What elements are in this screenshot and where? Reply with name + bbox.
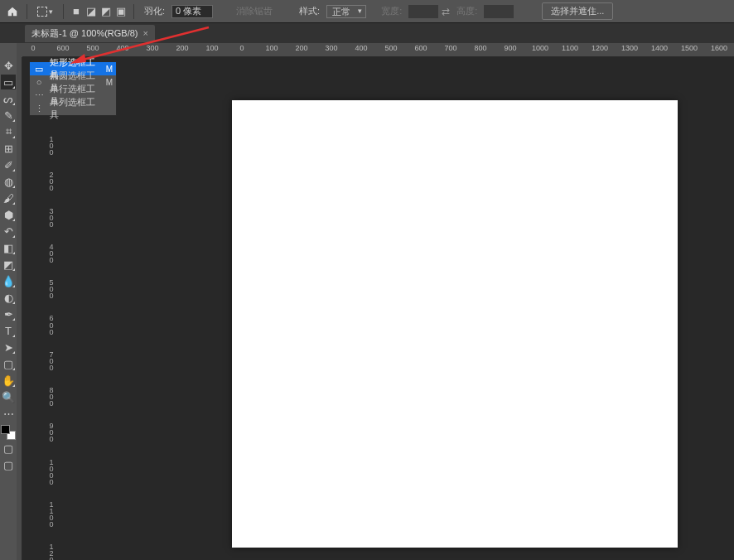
flyout-indicator-icon [12,235,15,238]
flyout-item-icon: ⋯ [33,90,45,101]
history-brush-tool[interactable]: ↶ [1,224,16,239]
stamp-tool[interactable]: ⬢ [1,207,16,222]
style-label: 样式: [296,5,323,17]
flyout-item[interactable]: ⋮单列选框工具 [30,102,116,115]
brush-tool[interactable]: 🖌 [1,191,16,205]
marquee-flyout-menu: ▭矩形选框工具M○椭圆选框工具M⋯单行选框工具⋮单列选框工具 [29,61,117,116]
ruler-tick-label: 0 [239,44,244,52]
ruler-tick-label: 600 [414,44,427,52]
ruler-tick-label: 200 [295,44,307,52]
move-tool[interactable]: ✥ [1,58,16,73]
width-label: 宽度: [378,5,405,17]
intersect-selection-icon[interactable]: ▣ [115,6,127,17]
new-selection-icon[interactable]: ■ [70,6,82,17]
ruler-tick-label: 100 [265,44,278,52]
flyout-indicator-icon [12,318,15,321]
quick-select-tool[interactable]: ✎ [1,108,16,123]
ruler-v-tick-label: 900 [47,422,56,442]
style-select-wrap: 正常 [326,5,366,18]
flyout-indicator-icon [12,252,15,254]
ruler-tick-label: 1100 [562,44,578,52]
ruler-tick-label: 1500 [681,44,698,52]
hand-tool[interactable]: ✋ [1,373,16,388]
ruler-tick-label: 600 [56,44,69,52]
eyedropper-tool[interactable]: ✐ [1,157,16,172]
ruler-tick-label: 300 [146,44,158,52]
ruler-tick-label: 400 [116,44,128,52]
flyout-item-shortcut: M [103,65,113,74]
flyout-item-icon: ○ [33,77,45,87]
ruler-v-tick-label: 1100 [47,501,56,528]
ruler-v-tick-label: 300 [47,208,56,228]
type-tool[interactable]: T [1,323,16,338]
separator [63,4,64,19]
more-tool[interactable]: ⋯ [1,406,16,421]
flyout-item-shortcut: M [103,78,113,87]
horizontal-ruler: 0600500400300200100010020030040050060070… [22,43,734,57]
flyout-item-icon: ⋮ [33,104,45,114]
ruler-tick-label: 1000 [532,44,548,52]
workspace: ✥▭ᔕ✎⌗⊞✐◍🖌⬢↶◧◩💧◐✒T➤▢✋🔍⋯▢▢ 060050040030020… [0,43,734,560]
vertical-ruler-labels: 1002003004005006007008009001000110012001… [47,136,56,560]
ruler-v-tick-label: 700 [47,351,56,371]
ruler-v-tick-label: 100 [47,136,56,156]
crop-tool[interactable]: ⌗ [1,124,16,139]
ruler-tick-label: 0 [31,44,35,52]
fg-color-swatch[interactable] [1,425,10,434]
tool-preset-dropdown[interactable]: ▾ [34,5,56,18]
ruler-corner [17,43,22,57]
flyout-indicator-icon [12,384,15,387]
ruler-tick-label: 200 [176,44,188,52]
close-icon[interactable]: × [143,28,148,38]
style-select[interactable]: 正常 [326,5,366,18]
color-swatches[interactable] [1,425,16,440]
toolbox-top-gap [0,43,17,57]
ruler-v-tick-label: 400 [47,244,56,263]
flyout-indicator-icon [12,86,15,89]
flyout-indicator-icon [12,268,15,271]
path-select-tool[interactable]: ➤ [1,340,16,355]
frame-tool[interactable]: ⊞ [1,141,16,156]
flyout-item-icon: ▭ [33,64,45,75]
zoom-tool[interactable]: 🔍 [1,389,16,404]
antialias-label: 消除锯齿 [233,5,276,17]
add-selection-icon[interactable]: ◪ [85,6,97,17]
ruler-tick-label: 1400 [651,44,668,52]
flyout-indicator-icon [12,219,15,221]
blur-tool[interactable]: 💧 [1,273,16,288]
lasso-tool[interactable]: ᔕ [1,91,16,106]
flyout-indicator-icon [12,136,15,138]
pen-tool[interactable]: ✒ [1,307,16,321]
flyout-item-label: 单列选框工具 [50,96,98,121]
width-value-box [408,5,438,18]
flyout-indicator-icon [12,169,15,171]
ruler-tick-label: 1200 [592,44,608,52]
screen-mode-icon[interactable]: ▢ [1,457,16,472]
subtract-selection-icon[interactable]: ◩ [100,6,112,17]
eraser-tool[interactable]: ◧ [1,240,16,255]
ruler-v-tick-label: 600 [47,315,56,335]
ruler-tick-label: 400 [355,44,367,52]
quick-mask-icon[interactable]: ▢ [1,441,16,456]
swap-dims-icon: ⇄ [442,6,450,17]
ruler-tick-label: 1600 [711,44,727,52]
document-canvas[interactable] [232,100,678,548]
gradient-tool[interactable]: ◩ [1,257,16,272]
feather-input[interactable] [171,5,213,18]
options-bar: ▾ ■ ◪ ◩ ▣ 羽化: 消除锯齿 样式: 正常 宽度: ⇄ 高度: 选择并遮… [0,0,734,23]
home-icon[interactable] [5,4,20,19]
feather-label: 羽化: [141,5,168,17]
marquee-preview-icon [37,7,47,17]
document-tab[interactable]: 未标题-1 @ 100%(RGB/8) × [25,25,155,42]
select-and-mask-button[interactable]: 选择并遮住... [542,2,613,20]
shape-tool[interactable]: ▢ [1,356,16,371]
canvas-viewport[interactable]: 1002003004005006007008009001000110012001… [22,57,734,560]
healing-tool[interactable]: ◍ [1,174,16,189]
ruler-tick-label: 900 [504,44,516,52]
dodge-tool[interactable]: ◐ [1,290,16,305]
ruler-tick-label: 800 [474,44,486,52]
marquee-tool[interactable]: ▭ [1,75,16,89]
flyout-indicator-icon [12,103,15,105]
height-label: 高度: [453,5,480,17]
flyout-indicator-icon [12,186,15,188]
